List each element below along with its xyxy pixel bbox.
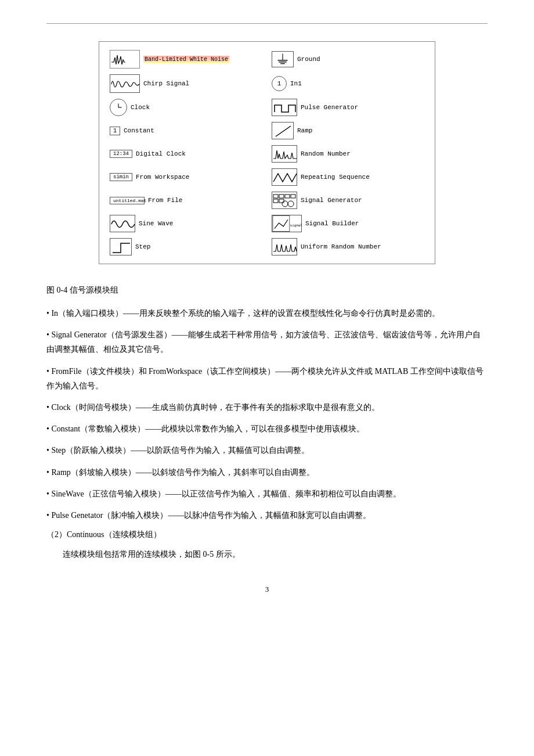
random-num-icon [272,145,297,163]
figure-row-signal-gen: Signal Generator [267,189,429,211]
chirp-icon [110,74,140,93]
from-workspace-icon: simin [110,173,132,181]
page-number: 3 [46,585,488,594]
pulse-gen-label: Pulse Generator [301,104,358,111]
band-noise-label: Band-Limited White Noise [143,56,229,63]
sine-wave-icon [110,215,135,232]
figure-row-from-file: untitled.mat From File [105,189,267,211]
svg-rect-11 [273,199,278,203]
figure-row-constant: 1 Constant [105,120,267,142]
para-ramp: • Ramp（斜坡输入模块）——以斜坡信号作为输入，其斜率可以自由调整。 [46,465,488,480]
para-fromfile: • FromFile（读文件模块）和 FromWorkspace（该工作空间模块… [46,364,488,393]
signal-gen-icon [272,192,297,209]
figure-row-band-noise: Band-Limited White Noise [105,48,267,71]
signal-gen-label: Signal Generator [301,197,362,204]
para-constant: • Constant（常数输入模块）——此模块以常数作为输入，可以在很多模型中使… [46,422,488,436]
figure-row-repeating-seq: Repeating Sequence [267,166,429,188]
pulse-gen-icon [272,99,297,116]
figure-row-sine-wave: Sine Wave [105,213,267,235]
uniform-random-icon [272,238,297,255]
in1-label: In1 [290,80,302,87]
figure-row-random-num: Random Number [267,143,429,165]
svg-rect-12 [279,199,284,203]
sine-wave-label: Sine Wave [139,220,173,227]
ramp-label: Ramp [297,127,312,134]
repeating-seq-icon [272,168,297,186]
from-workspace-label: From Workspace [136,174,189,181]
constant-label: Constant [124,127,154,134]
figure-row-from-workspace: simin From Workspace [105,166,267,188]
constant-icon: 1 [110,127,120,135]
figure-row-step: Step [105,236,267,258]
ground-icon [272,51,294,67]
figure-row-in1: 1 In1 [267,72,429,95]
figure-row-pulse-gen: Pulse Generator [267,96,429,118]
from-file-icon: untitled.mat [110,197,145,204]
from-file-label: From File [148,197,182,204]
svg-line-6 [276,126,291,136]
digital-clock-label: Digital Clock [136,150,186,157]
signal-builder-label: Signal Builder [305,220,359,227]
svg-point-13 [288,201,294,207]
digital-clock-icon: 12:34 [110,150,132,158]
figure-row-chirp: Chirp Signal [105,72,267,95]
figure-row-signal-builder: signal Signal Builder [267,213,429,235]
signal-builder-icon: signal [272,215,302,232]
top-border [46,23,488,24]
para-step: • Step（阶跃输入模块）——以阶跃信号作为输入，其幅值可以自由调整。 [46,443,488,458]
chirp-label: Chirp Signal [143,80,189,87]
svg-text:signal: signal [290,224,301,228]
repeating-seq-label: Repeating Sequence [301,174,370,181]
para-in: • In（输入端口模块）——用来反映整个系统的输入端子，这样的设置在模型线性化与… [46,306,488,321]
uniform-random-label: Uniform Random Number [301,243,381,250]
clock-icon [110,99,127,116]
band-noise-icon [110,50,140,69]
ramp-icon [272,122,294,139]
figure-row-ground: Ground [267,48,429,71]
figure-row-uniform-random: Uniform Random Number [267,236,429,258]
sub-section-title: （2）Continuous（连续模块组） [46,530,488,540]
figure-container: Band-Limited White Noise Ground [99,41,435,264]
step-icon [110,238,132,255]
ground-label: Ground [297,56,320,63]
para-pulse: • Pulse Genetator（脉冲输入模块）——以脉冲信号作为输入，其幅值… [46,508,488,523]
step-label: Step [135,243,150,250]
svg-rect-7 [273,195,278,198]
figure-grid: Band-Limited White Noise Ground [105,48,429,258]
svg-rect-10 [291,195,295,198]
figure-row-clock: Clock [105,96,267,118]
figure-row-digital-clock: 12:34 Digital Clock [105,143,267,165]
para-clock: • Clock（时间信号模块）——生成当前仿真时钟，在于事件有关的指标求取中是很… [46,400,488,415]
figure-row-ramp: Ramp [267,120,429,142]
svg-rect-9 [285,195,290,198]
svg-point-14 [282,201,288,207]
in1-icon: 1 [272,76,287,91]
sub-para: 连续模块组包括常用的连续模块，如图 0-5 所示。 [46,547,488,561]
clock-label: Clock [131,104,150,111]
svg-rect-8 [279,195,284,198]
svg-rect-15 [273,216,290,232]
para-signal-generator: • Signal Generator（信号源发生器）——能够生成若干种常用信号，… [46,327,488,357]
figure-caption: 图 0-4 信号源模块组 [46,285,488,296]
figure-wrapper: Band-Limited White Noise Ground [46,41,488,276]
para-sinewave: • SineWave（正弦信号输入模块）——以正弦信号作为输入，其幅值、频率和初… [46,487,488,501]
random-num-label: Random Number [301,150,351,157]
